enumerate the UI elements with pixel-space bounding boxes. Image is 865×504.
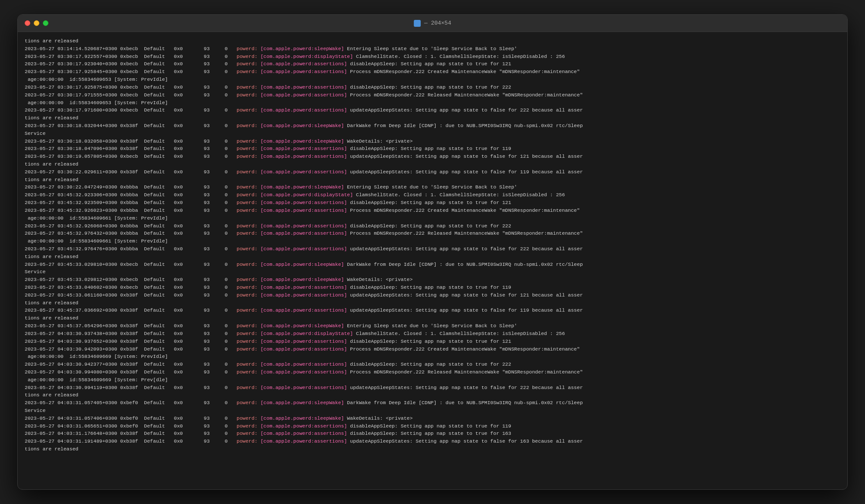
log-line: 2023-05-27 04:03:30.937438+0300 0xb38f D… [25,330,840,338]
log-line: tions are released [25,176,840,184]
log-line: tions are released [25,314,840,322]
log-line: 2023-05-27 03:30:17.925845+0300 0xbecb D… [25,68,840,76]
log-line: 2023-05-27 03:30:18.032058+0300 0xb38f D… [25,137,840,145]
log-line: tions are released [25,391,840,399]
log-line: 2023-05-27 03:30:18.047096+0300 0xb38f D… [25,145,840,153]
terminal-window: — 204×54 tions are released2023-05-27 03… [17,14,848,490]
log-line: age:00:00:00 id:55834609653 [System: Pre… [25,76,840,83]
log-line: tions are released [25,445,840,453]
log-line: 2023-05-27 04:03:30.994080+0300 0xb38f D… [25,368,840,376]
log-line: age:00:00:00 id:55834609661 [System: Pre… [25,214,840,222]
log-line: 2023-05-27 03:45:32.926068+0300 0xbbba D… [25,222,840,230]
log-line: Service [25,407,840,415]
window-title: — 204×54 [414,20,451,27]
log-line: 2023-05-27 03:45:32.976432+0300 0xbbba D… [25,230,840,237]
log-line: 2023-05-27 03:30:17.925875+0300 0xbecb D… [25,83,840,91]
log-line: 2023-05-27 04:03:31.057406+0300 0xbef0 D… [25,415,840,422]
terminal-content[interactable]: tions are released2023-05-27 03:14:14.52… [18,32,847,458]
log-line: tions are released [25,114,840,122]
log-line: 2023-05-27 04:03:30.937652+0300 0xb38f D… [25,338,840,345]
log-line: 2023-05-27 03:30:17.971600+0300 0xbecb D… [25,106,840,114]
log-line: 2023-05-27 03:45:33.040602+0300 0xbecb D… [25,284,840,291]
log-line: 2023-05-27 03:45:32.926023+0300 0xbbba D… [25,207,840,214]
log-line: 2023-05-27 03:45:32.923306+0300 0xbbba D… [25,191,840,199]
log-line: 2023-05-27 03:45:33.029812+0300 0xbecb D… [25,276,840,284]
log-line: 2023-05-27 04:03:31.065651+0300 0xbef0 D… [25,422,840,430]
titlebar: — 204×54 [18,15,847,32]
maximize-button[interactable] [43,20,48,26]
log-line: 2023-05-27 03:30:22.029611+0300 0xb38f D… [25,168,840,176]
log-line: 2023-05-27 03:30:17.923040+0300 0xbecb D… [25,60,840,68]
log-line: 2023-05-27 03:30:17.922557+0300 0xbecb D… [25,53,840,61]
log-line: 2023-05-27 03:30:17.971555+0300 0xbecb D… [25,91,840,99]
log-line: tions are released [25,253,840,261]
log-line: age:00:00:00 id:55834609669 [System: Pre… [25,353,840,360]
window-title-text: — 204×54 [424,20,451,26]
log-line: 2023-05-27 03:45:32.976476+0300 0xbbba D… [25,245,840,253]
log-line: 2023-05-27 04:03:30.942093+0300 0xb38f D… [25,345,840,353]
log-line: 2023-05-27 03:30:22.047249+0300 0xbbba D… [25,183,840,191]
log-line: tions are released [25,299,840,307]
log-line: 2023-05-27 04:03:30.994119+0300 0xb38f D… [25,384,840,392]
terminal-icon [414,20,421,27]
log-line: 2023-05-27 04:03:31.176648+0300 0xb38f D… [25,430,840,437]
log-line: 2023-05-27 03:45:37.054296+0300 0xb38f D… [25,322,840,330]
log-line: tions are released [25,37,840,45]
log-line: 2023-05-27 04:03:31.057405+0300 0xbef0 D… [25,399,840,407]
log-line: 2023-05-27 04:03:30.942377+0300 0xb38f D… [25,360,840,368]
log-line: age:00:00:00 id:55834609669 [System: Pre… [25,376,840,384]
log-line: Service [25,268,840,276]
log-line: 2023-05-27 03:30:18.032044+0300 0xb38f D… [25,122,840,130]
log-line: 2023-05-27 03:45:33.029810+0300 0xbecb D… [25,261,840,268]
log-line: age:00:00:00 id:55834609661 [System: Pre… [25,237,840,245]
traffic-lights [25,20,48,26]
close-button[interactable] [25,20,30,26]
log-line: 2023-05-27 03:14:14.520687+0300 0xbecb D… [25,45,840,53]
log-line: 2023-05-27 03:45:33.061160+0300 0xb38f D… [25,291,840,299]
log-line: 2023-05-27 03:45:37.036692+0300 0xb38f D… [25,306,840,314]
log-line: 2023-05-27 03:30:19.057805+0300 0xbecb D… [25,153,840,160]
log-line: tions are released [25,160,840,168]
log-line: 2023-05-27 03:45:32.923509+0300 0xbbba D… [25,199,840,207]
log-line: age:00:00:00 id:55834609653 [System: Pre… [25,99,840,107]
minimize-button[interactable] [34,20,39,26]
log-line: 2023-05-27 04:03:31.191489+0300 0xb38f D… [25,437,840,445]
log-line: Service [25,130,840,137]
